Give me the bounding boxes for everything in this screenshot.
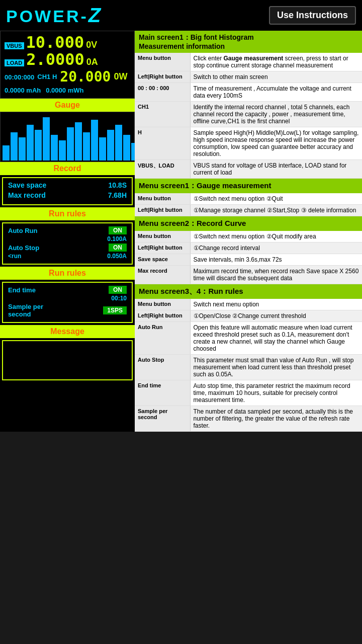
header: POWER-Z Use Instructions: [0, 0, 362, 31]
auto-run-threshold: 0.100A: [107, 235, 127, 243]
row-key: End time: [135, 380, 190, 406]
save-space-label: Save space: [8, 181, 46, 189]
run-menu-header: Menu screen3、4：Run rules: [135, 284, 362, 299]
row-value: ①Manage storage channel ②Start,Stop ③ de…: [190, 205, 362, 216]
logo-text: POWER-Z: [6, 7, 103, 26]
row-value: The number of data sampled per second, a…: [190, 406, 362, 432]
channel-display: CH1 H: [37, 73, 57, 80]
row-value: ①Switch next menu option ②Quit modify ar…: [190, 231, 362, 243]
time-display: 00:00:000: [5, 73, 34, 81]
power-value: 20.000: [60, 68, 111, 85]
row-key: Menu button: [135, 193, 190, 205]
chart-bar: [115, 125, 122, 160]
gauge-section-header: Gauge: [0, 99, 135, 112]
table-row: Menu button①Switch next menu option ②Qui…: [135, 231, 362, 243]
save-space-value: 10.8S: [108, 181, 127, 189]
row-key: VBUS、LOAD: [135, 160, 190, 179]
power-unit: 0W: [114, 71, 127, 82]
row-key: Menu button: [135, 231, 190, 243]
row-key: Max record: [135, 266, 190, 284]
current-value: 2.0000: [26, 51, 84, 67]
row-value: Identify the internal record channel , t…: [190, 102, 362, 127]
row-value: Open this feature will automatic measure…: [190, 322, 362, 355]
table-row: Left|Right button①Change record interval: [135, 243, 362, 254]
row-key: Left|Right button: [135, 310, 190, 322]
logo: POWER-Z: [6, 4, 103, 27]
row-key: 00 : 00 : 000: [135, 83, 190, 102]
chart-bar: [51, 135, 58, 160]
run-rules1-box: Auto Run ON 0.100A Auto Stop ON <run 0.0…: [2, 222, 133, 265]
max-record-value: 7.68H: [108, 191, 127, 199]
table-row: Left|Right button①Manage storage channel…: [135, 205, 362, 216]
table-row: CH1Identify the internal record channel …: [135, 102, 362, 127]
row-value: This parameter must small than value of …: [190, 355, 362, 380]
run-rules1-header: Run rules: [0, 207, 135, 220]
record-box: Save space 10.8S Max record 7.68H: [2, 177, 133, 205]
max-record-label: Max record: [8, 191, 46, 199]
row-key: Left|Right button: [135, 71, 190, 83]
chart-bar: [91, 120, 98, 160]
row-key: Auto Run: [135, 322, 190, 355]
row-value: Maximum record time, when record reach S…: [190, 266, 362, 284]
gauge-table: Menu button①Switch next menu option ②Qui…: [135, 193, 362, 216]
row-value: Click enter Gauge measurement screen, pr…: [190, 53, 362, 71]
row-key: Menu button: [135, 53, 190, 71]
chart-bar: [83, 132, 90, 160]
row-value: Save intervals, min 3.6s,max 72s: [190, 254, 362, 266]
row-key: Save space: [135, 254, 190, 266]
chart-bar: [3, 145, 10, 160]
message-section-header: Message: [0, 325, 135, 338]
auto-run-badge: ON: [109, 226, 127, 234]
row-key: CH1: [135, 102, 190, 127]
row-value: ①Open/Close ②Change current threshold: [190, 310, 362, 322]
screen1-table: Menu buttonClick enter Gauge measurement…: [135, 53, 362, 179]
chart-bar: [107, 130, 114, 160]
chart-bar: [67, 127, 74, 160]
chart-bar: [35, 130, 42, 160]
auto-stop-threshold: 0.050A: [107, 253, 127, 260]
row-value: VBUS stand for voltage of USB interface,…: [190, 160, 362, 179]
auto-stop-label: Auto Stop: [8, 244, 39, 252]
end-time-time: 00:10: [111, 295, 127, 302]
row-value: Switch to other main screen: [190, 71, 362, 83]
chart-bar: [43, 117, 50, 160]
gauge-chart: [0, 112, 135, 162]
chart-bar: [75, 122, 82, 160]
gauge-menu-header: Menu screen1：Gauge measurement: [135, 179, 362, 193]
right-panel: Main screen1：Big font Histogram Measurem…: [135, 31, 362, 432]
record-menu-header: Menu screen2：Record Curve: [135, 216, 362, 231]
row-key: Auto Stop: [135, 355, 190, 380]
screen-display: VBUS 10.0000V LOAD 2.00000A 00:00:000 CH…: [0, 31, 135, 99]
table-row: Menu button①Switch next menu option ②Qui…: [135, 193, 362, 205]
auto-stop-badge: ON: [109, 244, 127, 252]
table-row: Auto StopThis parameter must small than …: [135, 355, 362, 380]
chart-bar: [19, 137, 26, 160]
record-section-header: Record: [0, 162, 135, 175]
chart-bar: [27, 125, 34, 160]
record-table: Menu button①Switch next menu option ②Qui…: [135, 231, 362, 284]
table-row: Menu buttonClick enter Gauge measurement…: [135, 53, 362, 71]
auto-run-label: Auto Run: [8, 227, 37, 234]
row-key: Left|Right button: [135, 205, 190, 216]
run-rules2-box: End time ON 00:10 Sample persecond 1SPS: [2, 282, 133, 323]
row-key: Sample per second: [135, 406, 190, 432]
chart-bar: [99, 137, 106, 160]
table-row: Sample per secondThe number of data samp…: [135, 406, 362, 432]
table-row: Left|Right button①Open/Close ②Change cur…: [135, 310, 362, 322]
voltage-unit: 0V: [86, 40, 97, 50]
row-value: ①Switch next menu option ②Quit: [190, 193, 362, 205]
table-row: Menu buttonSwitch next menu option: [135, 299, 362, 310]
voltage-value: 10.000: [26, 34, 84, 50]
message-box: [2, 340, 133, 380]
table-row: Left|Right buttonSwitch to other main sc…: [135, 71, 362, 83]
left-panel: VBUS 10.0000V LOAD 2.00000A 00:00:000 CH…: [0, 31, 135, 432]
row-value: Sample speed High(H) Middle(M)Low(L) for…: [190, 127, 362, 160]
row-key: Left|Right button: [135, 243, 190, 254]
main-layout: VBUS 10.0000V LOAD 2.00000A 00:00:000 CH…: [0, 31, 362, 432]
row-key: Menu button: [135, 299, 190, 310]
table-row: VBUS、LOADVBUS stand for voltage of USB i…: [135, 160, 362, 179]
table-row: HSample speed High(H) Middle(M)Low(L) fo…: [135, 127, 362, 160]
end-time-badge: ON: [109, 286, 127, 294]
chart-bar: [11, 132, 18, 160]
end-time-label: End time: [8, 286, 36, 294]
